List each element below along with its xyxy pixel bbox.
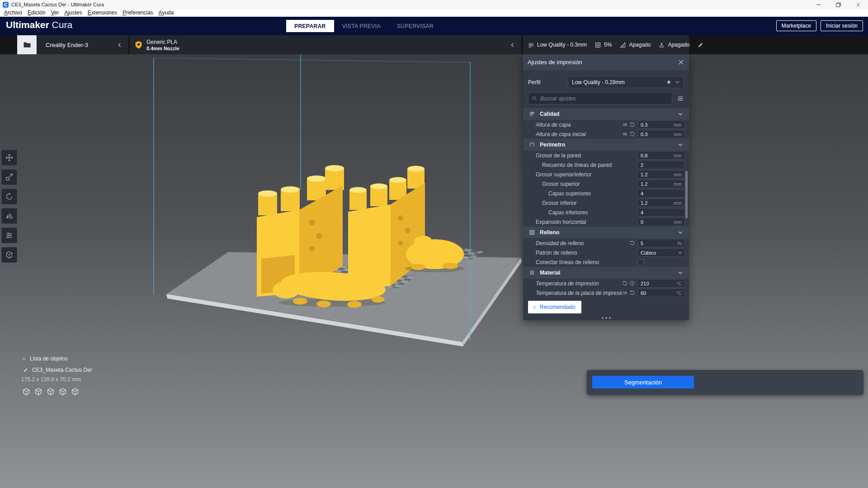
- viewport-3d-scene[interactable]: [0, 54, 868, 488]
- category-relleno[interactable]: Relleno: [523, 227, 689, 238]
- tool-support-blocker[interactable]: [1, 247, 17, 263]
- stage-tabs: PREPARARVISTA PREVIASUPERVISAR: [286, 20, 442, 32]
- menu-archivo[interactable]: Archivo: [1, 9, 25, 17]
- revert-icon[interactable]: [629, 131, 635, 137]
- settings-scrollbar[interactable]: [685, 171, 688, 218]
- object-list-item[interactable]: CE3_Maseta Cactus Der: [23, 367, 92, 373]
- close-panel-icon[interactable]: [678, 59, 684, 66]
- link-icon: [622, 122, 628, 128]
- settings-search[interactable]: [528, 92, 672, 104]
- restore-button[interactable]: [828, 0, 848, 9]
- value-text: 0: [638, 219, 674, 225]
- close-icon: [856, 2, 861, 7]
- value-temperatura-de-impresi-n[interactable]: 210°C: [637, 279, 685, 288]
- tool-rail: [1, 150, 17, 263]
- menu-extensiones[interactable]: Extensiones: [85, 9, 120, 17]
- menu-ayuda[interactable]: Ayuda: [156, 9, 177, 17]
- printer-selector[interactable]: Creality Ender-3: [37, 35, 128, 54]
- value-capas-inferiores[interactable]: 4: [637, 208, 685, 217]
- revert-icon[interactable]: [622, 280, 628, 286]
- summary-profile[interactable]: Low Quality - 0.3mm: [528, 42, 587, 48]
- summary-infill[interactable]: 5%: [594, 42, 612, 48]
- view-top-button[interactable]: [47, 388, 55, 396]
- value-text: 1.2: [638, 181, 674, 187]
- value-text: 1.2: [638, 172, 674, 177]
- menu-edici-n[interactable]: Edición: [25, 9, 48, 17]
- checkbox-conectar-l-neas-de-relleno[interactable]: [637, 259, 644, 265]
- print-settings-summary[interactable]: Low Quality - 0.3mm5%ApagadoApagado: [523, 35, 689, 54]
- unit-label: %: [677, 241, 684, 246]
- value-grosor-superior[interactable]: 1.2mm: [637, 180, 685, 188]
- value-grosor-de-la-pared[interactable]: 0.8mm: [637, 151, 685, 160]
- view-3d-button[interactable]: [22, 388, 30, 396]
- revert-icon[interactable]: [629, 290, 635, 296]
- object-list-toggle[interactable]: Lista de objetos: [21, 355, 68, 362]
- marketplace-button[interactable]: Marketplace: [776, 20, 816, 31]
- profile-dropdown[interactable]: Low Quality - 0.28mm: [568, 76, 684, 88]
- pencil-icon[interactable]: [697, 42, 704, 48]
- folder-icon: [23, 40, 32, 49]
- viewport-3d[interactable]: [0, 54, 868, 488]
- profile-icon: [528, 42, 534, 48]
- unit-label: mm: [674, 219, 684, 225]
- summary-adhesion[interactable]: Apagado: [658, 42, 689, 48]
- category-calidad[interactable]: Calidad: [523, 108, 689, 120]
- star-icon[interactable]: [666, 79, 672, 85]
- value-densidad-de-relleno[interactable]: 5%: [637, 239, 685, 247]
- value-grosor-superior-inferior[interactable]: 1.2mm: [637, 170, 685, 179]
- view-right-button[interactable]: [71, 388, 79, 396]
- setting-grosor-inferior: Grosor inferior1.2mm: [523, 198, 689, 208]
- value-altura-de-capa-inicial[interactable]: 0.3mm: [637, 130, 685, 138]
- value-grosor-inferior[interactable]: 1.2mm: [637, 199, 685, 207]
- dropdown-patr-n-de-relleno[interactable]: Cúbico: [637, 248, 685, 257]
- search-input[interactable]: [540, 95, 669, 102]
- value-capas-superiores[interactable]: 4: [637, 189, 685, 198]
- minimize-button[interactable]: [808, 0, 828, 9]
- summary-support[interactable]: Apagado: [619, 42, 651, 48]
- view-front-button[interactable]: [34, 388, 42, 396]
- value-temperatura-de-la-placa-de-impresi-n[interactable]: 60°C: [637, 289, 685, 297]
- tab-supervisar[interactable]: SUPERVISAR: [389, 20, 442, 32]
- tool-mirror[interactable]: [1, 208, 17, 224]
- value-expansi-n-horizontal[interactable]: 0mm: [637, 218, 685, 226]
- sign-in-button[interactable]: Iniciar sesión: [821, 20, 863, 31]
- revert-icon[interactable]: [629, 122, 635, 128]
- slice-button[interactable]: Segmentación: [592, 376, 694, 389]
- value-text: 5: [638, 241, 677, 246]
- category-label: Calidad: [540, 111, 559, 117]
- setting-temperatura-de-la-placa-de-impresi-n: Temperatura de la placa de impresión60°C: [523, 288, 689, 298]
- menu-ver[interactable]: Ver: [48, 9, 61, 17]
- menu-ajustes[interactable]: Ajustes: [61, 9, 85, 17]
- tab-preparar[interactable]: PREPARAR: [286, 20, 334, 32]
- per-model-settings-icon: [5, 231, 14, 240]
- settings-menu-icon[interactable]: [677, 95, 684, 102]
- tool-rotate[interactable]: [1, 189, 17, 204]
- setting-expansi-n-horizontal: Expansión horizontal0mm: [523, 217, 689, 227]
- category-per-metro[interactable]: Perímetro: [523, 139, 689, 151]
- tool-scale[interactable]: [1, 169, 17, 185]
- value-recuento-de-l-neas-de-pared[interactable]: 2: [637, 161, 685, 169]
- tool-move[interactable]: [1, 150, 17, 166]
- unit-label: mm: [674, 181, 684, 187]
- setting-patr-n-de-relleno: Patrón de rellenoCúbico: [523, 248, 689, 257]
- view-left-button[interactable]: [59, 388, 67, 396]
- close-window-button[interactable]: [848, 0, 868, 9]
- panel-drag-handle[interactable]: [602, 317, 611, 319]
- setting-label: Temperatura de impresión: [536, 280, 622, 287]
- link-icon: [622, 290, 628, 296]
- tab-vista-previa[interactable]: VISTA PREVIA: [334, 20, 389, 32]
- menu-preferencias[interactable]: Preferencias: [120, 9, 156, 17]
- tool-per-model-settings[interactable]: [1, 227, 17, 243]
- value-text: 60: [638, 290, 676, 296]
- material-icon: [135, 40, 142, 49]
- value-altura-de-capa[interactable]: 0.3mm: [637, 120, 685, 129]
- info-icon: [629, 280, 635, 286]
- open-file-button[interactable]: [17, 35, 37, 54]
- category-material[interactable]: Material: [523, 267, 689, 279]
- setting-densidad-de-relleno: Densidad de relleno5%: [523, 238, 689, 248]
- material-selector[interactable]: Generic PLA 0.4mm Nozzle: [130, 35, 521, 54]
- chevron-left-icon: [509, 42, 515, 48]
- settings-panel-header: Ajustes de impresión: [523, 54, 689, 70]
- revert-icon[interactable]: [629, 240, 635, 246]
- recommended-button[interactable]: Recomendado: [528, 301, 581, 313]
